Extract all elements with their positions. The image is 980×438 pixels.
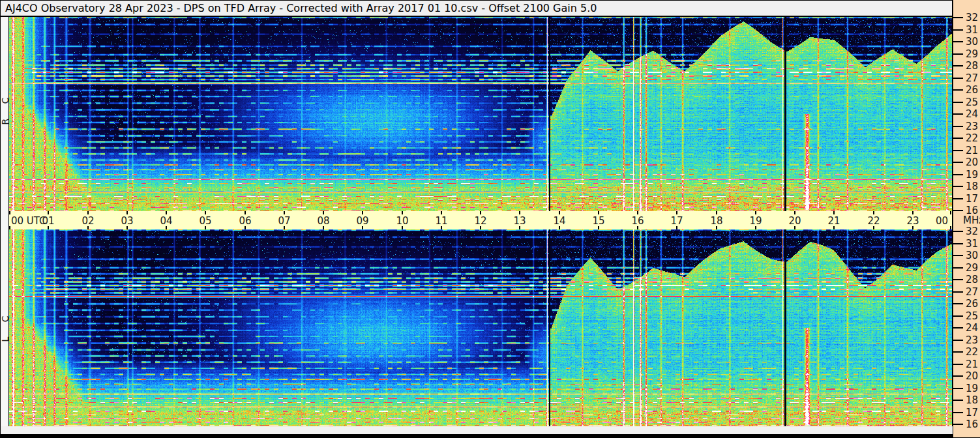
freq-tick xyxy=(953,150,963,151)
time-tick xyxy=(480,211,481,214)
freq-label: 23 xyxy=(966,334,978,346)
freq-label: 16 xyxy=(966,205,978,216)
time-label: 22 xyxy=(865,215,883,227)
time-label: 10 xyxy=(393,215,411,227)
time-label: 02 xyxy=(79,215,97,227)
frequency-scale: MHz 323130292827262524232221201918171632… xyxy=(953,0,980,437)
freq-tick xyxy=(953,279,963,280)
time-tick xyxy=(48,211,49,214)
time-tick xyxy=(794,211,795,214)
time-tick xyxy=(126,211,128,214)
time-label: 11 xyxy=(432,215,451,227)
freq-label: 31 xyxy=(966,24,978,36)
time-label: 21 xyxy=(825,215,843,227)
freq-label: 20 xyxy=(966,156,978,168)
freq-label: 25 xyxy=(966,310,978,322)
time-tick xyxy=(637,211,638,214)
time-label: 15 xyxy=(589,215,608,227)
freq-label: 19 xyxy=(966,169,978,181)
freq-label: 24 xyxy=(966,322,978,334)
freq-tick xyxy=(953,198,963,199)
time-tick xyxy=(284,211,285,214)
freq-label: 32 xyxy=(966,226,978,237)
freq-tick xyxy=(953,78,963,79)
freq-label: 29 xyxy=(966,262,978,274)
freq-label: 24 xyxy=(966,108,978,120)
freq-tick xyxy=(953,210,963,211)
freq-tick xyxy=(953,138,963,139)
freq-tick xyxy=(953,315,963,317)
time-label: 03 xyxy=(118,215,136,227)
spectrogram-rcp xyxy=(9,17,952,211)
freq-label: 22 xyxy=(966,346,978,358)
freq-tick xyxy=(953,267,963,269)
freq-label: 27 xyxy=(966,72,978,84)
time-label: 23 xyxy=(904,215,922,227)
time-label: 18 xyxy=(707,215,726,227)
time-label: 09 xyxy=(353,215,372,227)
time-tick xyxy=(950,211,951,214)
time-tick xyxy=(9,211,10,214)
spectrogram-lcp xyxy=(9,229,952,426)
freq-tick xyxy=(953,126,963,127)
freq-tick xyxy=(953,89,963,91)
time-tick xyxy=(519,211,520,214)
freq-tick xyxy=(953,243,963,244)
freq-label: 18 xyxy=(966,394,978,406)
time-tick xyxy=(559,211,560,214)
time-label: 19 xyxy=(747,215,765,227)
time-tick xyxy=(716,211,717,214)
freq-label: 27 xyxy=(966,286,978,298)
freq-tick xyxy=(953,29,963,31)
time-label: 12 xyxy=(471,215,490,227)
time-axis: 00 UTC0102030405060708091011121314151617… xyxy=(9,211,952,229)
freq-label: 32 xyxy=(966,12,978,23)
freq-label: 16 xyxy=(966,418,978,430)
freq-label: 30 xyxy=(966,36,978,48)
freq-label: 17 xyxy=(966,407,978,418)
time-tick xyxy=(441,211,442,214)
freq-label: 23 xyxy=(966,121,978,132)
freq-label: 22 xyxy=(966,132,978,144)
time-label: 00 xyxy=(928,215,948,227)
freq-label: 19 xyxy=(966,383,978,394)
freq-tick xyxy=(953,351,963,353)
freq-tick xyxy=(953,388,963,389)
time-tick xyxy=(833,211,835,214)
time-tick xyxy=(323,211,324,214)
freq-tick xyxy=(953,255,963,256)
freq-tick xyxy=(953,400,963,401)
freq-tick xyxy=(953,327,963,328)
time-tick xyxy=(873,211,874,214)
bottom-margin xyxy=(1,426,953,434)
time-tick xyxy=(676,211,677,214)
freq-label: 26 xyxy=(966,298,978,310)
freq-label: 21 xyxy=(966,358,978,370)
time-tick xyxy=(912,211,913,214)
freq-tick xyxy=(953,375,963,377)
time-label: 07 xyxy=(275,215,293,227)
time-label: 08 xyxy=(314,215,333,227)
time-tick xyxy=(598,211,599,214)
time-label: 06 xyxy=(236,215,254,227)
time-tick xyxy=(245,211,246,214)
freq-label: 20 xyxy=(966,370,978,382)
time-label: 04 xyxy=(157,215,175,227)
freq-tick xyxy=(953,65,963,66)
freq-label: 31 xyxy=(966,238,978,250)
title-bar: AJ4CO Observatory 28 Apr 2023 - DPS on T… xyxy=(1,1,952,17)
freq-tick xyxy=(953,41,963,42)
freq-tick xyxy=(953,174,963,175)
freq-tick xyxy=(953,102,963,103)
freq-label: 28 xyxy=(966,60,978,72)
time-label: 16 xyxy=(629,215,647,227)
freq-tick xyxy=(953,364,963,365)
freq-tick xyxy=(953,231,963,232)
time-tick xyxy=(205,211,206,214)
time-tick xyxy=(166,211,167,214)
time-label: 01 xyxy=(39,215,57,227)
freq-tick xyxy=(953,424,963,425)
freq-tick xyxy=(953,340,963,341)
time-label: 20 xyxy=(786,215,804,227)
freq-label: 17 xyxy=(966,193,978,205)
